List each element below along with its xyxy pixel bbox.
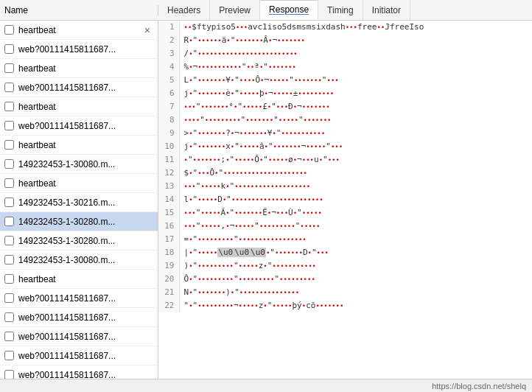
line-number: 9	[158, 127, 179, 140]
response-line: 2R•"••••••ä•"•••••••Â•¬•••••••	[158, 34, 532, 47]
file-list: heartbeat×web?00111415811687...heartbeat…	[0, 21, 158, 379]
dot-char: •	[259, 103, 262, 111]
line-content: )•"•••••••••"•••••z•"•••••••••••	[179, 259, 532, 273]
dot-char: •	[254, 302, 258, 309]
tab-headers[interactable]: Headers	[158, 0, 210, 20]
list-item[interactable]: 149232453-1-30216.m...	[0, 193, 158, 212]
file-checkbox[interactable]	[4, 102, 14, 111]
list-item[interactable]: heartbeat	[0, 136, 158, 155]
dot-char: •	[324, 249, 328, 256]
line-content: •••"•••••Ä•"•••••••Ë•¬•••Ù•"•••••	[179, 206, 532, 220]
list-item[interactable]: web?00111415811687...	[0, 116, 158, 136]
list-item[interactable]: heartbeat	[0, 270, 158, 289]
list-item[interactable]: heartbeat	[0, 59, 158, 78]
file-checkbox[interactable]	[4, 217, 14, 226]
line-number: 7	[158, 100, 179, 113]
file-checkbox[interactable]	[4, 121, 14, 130]
list-item[interactable]: web?00111415811687...	[0, 346, 158, 365]
dot-char: •	[192, 209, 195, 217]
list-item[interactable]: 149232453-1-30080.m...	[0, 155, 158, 174]
file-checkbox[interactable]	[4, 332, 14, 341]
dot-char: •	[268, 37, 272, 44]
dot-char: •	[265, 90, 268, 97]
dot-char: •	[291, 223, 295, 230]
file-checkbox[interactable]	[4, 197, 14, 207]
file-checkbox[interactable]	[4, 25, 14, 35]
line-number: 21	[158, 286, 179, 299]
line-number: 18	[158, 246, 179, 259]
list-item[interactable]: 149232453-1-30280.m...	[0, 231, 158, 251]
response-line: 8••••"•••••••••"•••••••"•••••"•••••••	[158, 113, 532, 127]
dot-char: •	[330, 90, 334, 97]
list-item[interactable]: web?00111415811687...	[0, 289, 158, 308]
dot-char: •	[222, 143, 225, 150]
response-line: 19)•"•••••••••"•••••z•"•••••••••••	[158, 259, 532, 273]
file-checkbox[interactable]	[4, 274, 14, 284]
line-number: 1	[158, 21, 179, 34]
list-item[interactable]: web?00111415811687...	[0, 327, 158, 346]
close-icon[interactable]: ×	[141, 24, 153, 36]
dot-char: •	[339, 143, 343, 150]
response-panel[interactable]: 1••$ftypiso5•••avc1iso5dsmsmsixdash•••fr…	[158, 21, 532, 379]
dot-char: •	[231, 90, 234, 97]
response-line: 5L•"•••••••¥•"••••Ô•¬•••••"•••••••"•••	[158, 74, 532, 87]
dot-char: •	[292, 63, 295, 71]
file-checkbox[interactable]	[4, 63, 14, 73]
file-checkbox[interactable]	[4, 312, 14, 322]
list-item[interactable]: web?00111415811687...	[0, 40, 158, 59]
dot-char: •	[217, 37, 221, 44]
file-name: heartbeat	[18, 25, 56, 35]
list-item[interactable]: web?00111415811687...	[0, 78, 158, 97]
dot-char: •	[189, 302, 192, 309]
dot-char: •	[217, 183, 220, 190]
dot-char: •	[217, 209, 220, 217]
tab-preview[interactable]: Preview	[210, 0, 260, 20]
file-name: web?00111415811687...	[18, 293, 116, 304]
file-checkbox[interactable]	[4, 44, 14, 54]
line-number: 15	[158, 206, 179, 220]
main-content: heartbeat×web?00111415811687...heartbeat…	[0, 21, 532, 379]
dot-char: •	[259, 156, 263, 164]
line-content: N•"•••••••)•"•••••••••••••••	[179, 286, 532, 299]
dot-char: •	[251, 77, 255, 84]
dot-char: •	[381, 24, 385, 31]
response-line: 20Ô•"•••••••••"•••••••••"•••••••••	[158, 273, 532, 286]
line-content: ••$ftypiso5•••avc1iso5dsmsmsixdash•••fre…	[179, 21, 532, 34]
file-name: heartbeat	[18, 63, 56, 74]
dot-char: •	[189, 276, 192, 283]
file-checkbox[interactable]	[4, 255, 14, 265]
tab-response[interactable]: Response	[260, 0, 318, 20]
dot-char: •	[255, 90, 259, 97]
list-item[interactable]: heartbeat×	[0, 21, 158, 40]
list-item[interactable]: 149232453-1-30080.m...	[0, 251, 158, 270]
dot-char: •	[301, 37, 305, 44]
dot-char: •	[231, 77, 234, 84]
list-item[interactable]: heartbeat	[0, 174, 158, 193]
list-item[interactable]: 149232453-1-30280.m...	[0, 212, 158, 231]
list-item[interactable]: web?00111415811687...	[0, 365, 158, 379]
file-checkbox[interactable]	[4, 351, 14, 360]
response-line: 14l•"•••••D•"•••••••••••••••••••••••	[158, 193, 532, 206]
file-checkbox[interactable]	[4, 236, 14, 245]
tab-timing[interactable]: Timing	[318, 0, 363, 20]
file-checkbox[interactable]	[4, 370, 14, 379]
file-checkbox[interactable]	[4, 140, 14, 150]
response-line: 21N•"•••••••)•"•••••••••••••••	[158, 286, 532, 299]
line-content: >•"•••••••?•¬•••••••¥•"•••••••••••	[179, 127, 532, 140]
dot-char: •	[222, 90, 225, 97]
line-content: j•"•••••••è•"•••••þ•¬•••••±•••••••••	[179, 87, 532, 100]
file-checkbox[interactable]	[4, 293, 14, 303]
file-checkbox[interactable]	[4, 83, 14, 92]
tab-initiator[interactable]: Initiator	[363, 0, 410, 20]
dot-char: •	[223, 196, 226, 203]
dot-char: •	[321, 130, 325, 137]
line-number: 11	[158, 153, 179, 167]
list-item[interactable]: web?00111415811687...	[0, 308, 158, 327]
line-number: 8	[158, 113, 179, 127]
dot-char: •	[225, 103, 228, 111]
line-content: =•"•••••••••"•••••••••••••••••	[179, 233, 532, 246]
line-content: R•"••••••ä•"•••••••Â•¬•••••••	[179, 34, 532, 47]
file-checkbox[interactable]	[4, 178, 14, 188]
list-item[interactable]: heartbeat	[0, 97, 158, 116]
file-checkbox[interactable]	[4, 159, 14, 169]
